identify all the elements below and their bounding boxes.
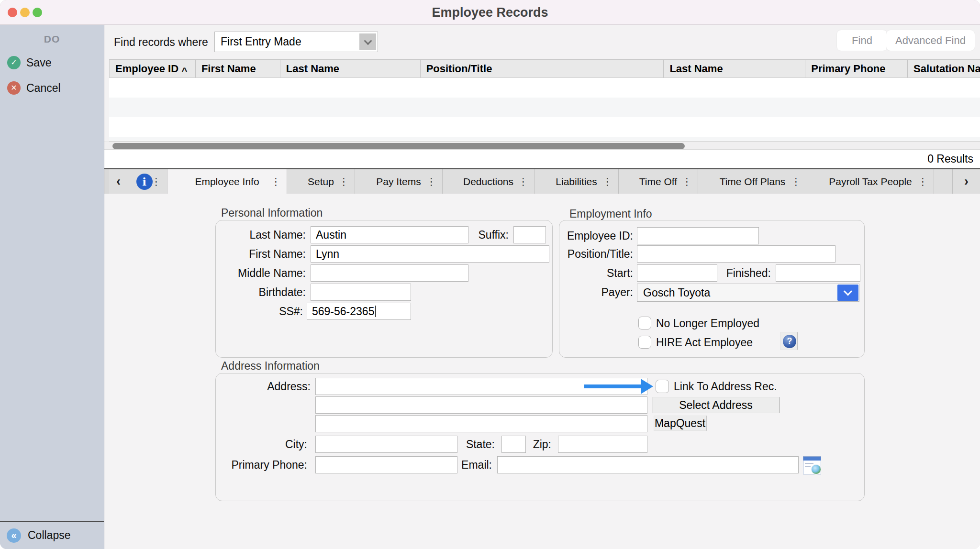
employment-info-panel: Employee ID: Position/Title: Start: Fini… bbox=[559, 220, 865, 358]
birthdate-label: Birthdate: bbox=[216, 284, 306, 301]
results-table: Employee ID ^ First Name Last Name Posit… bbox=[109, 59, 980, 142]
web-browser-icon[interactable] bbox=[803, 456, 821, 474]
position-title-label: Position/Title: bbox=[559, 245, 633, 263]
address-line-3-field[interactable] bbox=[315, 415, 647, 432]
save-check-icon: ✓ bbox=[7, 56, 21, 69]
start-field[interactable] bbox=[637, 264, 717, 282]
city-field[interactable] bbox=[315, 436, 457, 453]
tab-menu-icon[interactable]: ⋮ bbox=[682, 176, 692, 187]
tab-menu-icon[interactable]: ⋮ bbox=[518, 176, 528, 187]
zip-label: Zip: bbox=[527, 436, 551, 453]
tab-menu-icon[interactable]: ⋮ bbox=[918, 176, 928, 187]
advanced-find-button[interactable]: Advanced Find bbox=[886, 30, 975, 51]
column-header-primary-phone[interactable]: Primary Phone bbox=[805, 60, 908, 77]
primary-phone-label: Primary Phone: bbox=[216, 456, 307, 473]
column-header-salutation[interactable]: Salutation Na bbox=[908, 60, 980, 77]
primary-phone-field[interactable] bbox=[315, 456, 457, 473]
collapse-sidebar-button[interactable]: « Collapse bbox=[0, 521, 104, 549]
tab-scroll-left-button[interactable]: ‹ bbox=[109, 169, 128, 194]
payer-dropdown-button[interactable] bbox=[837, 285, 858, 301]
first-name-label: First Name: bbox=[216, 245, 306, 263]
payer-label: Payer: bbox=[559, 284, 633, 301]
tab-deductions[interactable]: Deductions ⋮ bbox=[443, 169, 535, 194]
email-label: Email: bbox=[455, 456, 492, 473]
globe-icon bbox=[811, 464, 821, 474]
dropdown-chevron-button[interactable] bbox=[359, 33, 376, 50]
find-field-dropdown[interactable]: First Entry Made bbox=[214, 32, 378, 52]
middle-name-field[interactable] bbox=[311, 264, 468, 282]
cancel-label: Cancel bbox=[26, 81, 61, 95]
personal-info-panel: Last Name: Austin Suffix: First Name: Ly… bbox=[215, 220, 553, 358]
first-name-field[interactable]: Lynn bbox=[311, 245, 549, 263]
tab-menu-icon[interactable]: ⋮ bbox=[271, 176, 281, 187]
tab-liabilities[interactable]: Liabilities ⋮ bbox=[535, 169, 619, 194]
tab-employee-info[interactable]: Employee Info ⋮ bbox=[167, 169, 287, 194]
column-header-last-name[interactable]: Last Name bbox=[280, 60, 421, 77]
table-header-row: Employee ID ^ First Name Last Name Posit… bbox=[109, 59, 980, 78]
tab-scroll-right-button[interactable]: › bbox=[953, 169, 980, 194]
ssn-field[interactable]: 569-56-2365 bbox=[307, 303, 411, 320]
select-address-button[interactable]: Select Address bbox=[652, 397, 780, 413]
table-row-partial bbox=[109, 137, 980, 142]
tab-bar: ‹ i ⋮ Employee Info ⋮ Setup ⋮ Pay Items … bbox=[104, 168, 980, 194]
birthdate-field[interactable] bbox=[311, 284, 411, 301]
find-button[interactable]: Find bbox=[836, 30, 888, 51]
address-info-caption: Address Information bbox=[221, 360, 320, 373]
employment-info-caption: Employment Info bbox=[569, 208, 652, 220]
results-strip: 0 Results bbox=[104, 150, 980, 168]
city-label: City: bbox=[216, 436, 307, 453]
state-field[interactable] bbox=[501, 436, 526, 453]
employee-id-field[interactable] bbox=[637, 227, 759, 244]
info-icon: i bbox=[136, 174, 153, 190]
ssn-label: SS#: bbox=[216, 303, 303, 320]
cancel-button[interactable]: ✕ Cancel bbox=[0, 81, 104, 95]
collapse-chevrons-icon: « bbox=[7, 528, 21, 543]
last-name-field[interactable]: Austin bbox=[311, 226, 468, 243]
chevron-down-icon bbox=[364, 37, 372, 45]
annotation-arrow-head bbox=[641, 379, 653, 394]
tab-menu-icon[interactable]: ⋮ bbox=[602, 176, 612, 187]
payer-dropdown[interactable]: Gosch Toyota bbox=[637, 284, 859, 302]
collapse-label: Collapse bbox=[28, 529, 71, 542]
hire-act-employee-label: HIRE Act Employee bbox=[656, 336, 753, 349]
tab-info[interactable]: i ⋮ bbox=[128, 169, 167, 194]
tab-menu-icon[interactable]: ⋮ bbox=[791, 176, 801, 187]
no-longer-employed-checkbox[interactable] bbox=[638, 317, 651, 329]
column-header-first-name[interactable]: First Name bbox=[196, 60, 280, 77]
column-header-position-title[interactable]: Position/Title bbox=[421, 60, 664, 77]
position-title-field[interactable] bbox=[637, 245, 835, 263]
address-line-2-field[interactable] bbox=[315, 396, 647, 414]
results-count: 0 Results bbox=[927, 150, 973, 168]
mapquest-button[interactable]: MapQuest bbox=[654, 416, 707, 431]
link-to-address-label: Link To Address Rec. bbox=[674, 380, 777, 393]
hire-act-help-button[interactable]: ? bbox=[780, 332, 798, 350]
help-question-icon: ? bbox=[783, 335, 796, 348]
tab-pay-items[interactable]: Pay Items ⋮ bbox=[355, 169, 443, 194]
email-field[interactable] bbox=[497, 456, 799, 473]
tab-time-off[interactable]: Time Off ⋮ bbox=[619, 169, 698, 194]
finished-field[interactable] bbox=[776, 264, 860, 282]
sort-ascending-icon: ^ bbox=[181, 63, 188, 77]
tab-setup[interactable]: Setup ⋮ bbox=[287, 169, 355, 194]
horizontal-scrollbar-thumb[interactable] bbox=[112, 143, 685, 149]
column-header-employee-id[interactable]: Employee ID ^ bbox=[110, 60, 196, 77]
link-to-address-checkbox[interactable] bbox=[656, 380, 669, 393]
tab-menu-icon[interactable]: ⋮ bbox=[151, 176, 161, 187]
tab-menu-icon[interactable]: ⋮ bbox=[426, 176, 436, 187]
start-label: Start: bbox=[559, 264, 633, 282]
tab-time-off-plans[interactable]: Time Off Plans ⋮ bbox=[698, 169, 807, 194]
save-button[interactable]: ✓ Save bbox=[0, 55, 104, 70]
tab-menu-icon[interactable]: ⋮ bbox=[339, 176, 349, 187]
title-bar: Employee Records bbox=[0, 0, 980, 25]
hire-act-employee-checkbox[interactable] bbox=[638, 336, 651, 349]
chevron-down-icon bbox=[844, 287, 852, 296]
horizontal-scrollbar-track bbox=[104, 142, 980, 150]
column-header-last-name-2[interactable]: Last Name bbox=[664, 60, 805, 77]
table-row bbox=[109, 117, 980, 137]
suffix-field[interactable] bbox=[513, 226, 546, 243]
suffix-label: Suffix: bbox=[465, 226, 509, 243]
zip-field[interactable] bbox=[558, 436, 647, 453]
sidebar-section-label: DO bbox=[0, 33, 104, 45]
employee-id-label: Employee ID: bbox=[559, 227, 633, 244]
tab-payroll-tax-people[interactable]: Payroll Tax People ⋮ bbox=[807, 169, 934, 194]
